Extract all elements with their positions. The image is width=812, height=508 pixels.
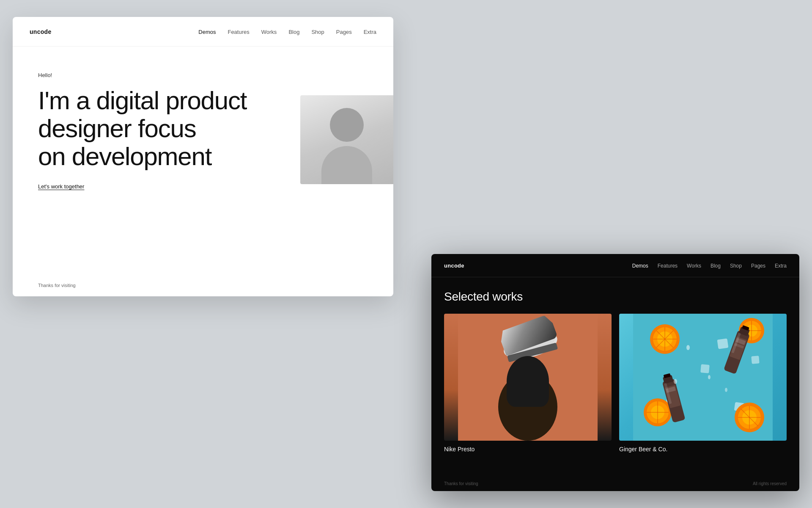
headline: I'm a digital productdesigner focuson de… — [38, 87, 250, 171]
black-nav: uncode Demos Features Works Blog Shop Pa… — [431, 254, 799, 277]
white-nav-blog[interactable]: Blog — [288, 29, 299, 35]
cta-link[interactable]: Let's work together — [38, 183, 84, 190]
svg-rect-3 — [521, 356, 529, 386]
svg-rect-8 — [509, 344, 522, 351]
black-footer-left: Thanks for visiting — [444, 481, 478, 486]
black-nav-demos[interactable]: Demos — [632, 263, 648, 269]
svg-point-56 — [725, 388, 727, 392]
white-nav-pages[interactable]: Pages — [336, 29, 352, 35]
black-logo[interactable]: uncode — [444, 262, 464, 269]
work-item-ginger[interactable]: Ginger Beer & Co. — [619, 314, 787, 453]
svg-line-9 — [515, 335, 543, 344]
svg-point-2 — [511, 362, 545, 400]
person-body — [321, 146, 372, 184]
white-footer: Thanks for visiting — [38, 283, 76, 288]
svg-rect-17 — [751, 356, 760, 364]
white-nav-features[interactable]: Features — [228, 29, 249, 35]
black-footer: Thanks for visiting All rights reserved — [444, 481, 787, 486]
work-label-nike: Nike Presto — [444, 446, 612, 453]
black-window: uncode Demos Features Works Blog Shop Pa… — [431, 254, 799, 491]
black-nav-blog[interactable]: Blog — [710, 263, 721, 269]
black-nav-works[interactable]: Works — [687, 263, 701, 269]
person-image — [300, 95, 393, 184]
person-head — [330, 108, 364, 142]
white-nav-links: Demos Features Works Blog Shop Pages Ext… — [198, 28, 376, 36]
black-nav-features[interactable]: Features — [658, 263, 678, 269]
black-nav-shop[interactable]: Shop — [730, 263, 742, 269]
svg-point-57 — [674, 379, 677, 384]
white-nav-demos[interactable]: Demos — [198, 29, 216, 35]
black-nav-pages[interactable]: Pages — [751, 263, 765, 269]
svg-point-55 — [708, 375, 710, 379]
work-item-nike[interactable]: Nike Presto — [444, 314, 612, 453]
work-image-ginger — [619, 314, 787, 441]
works-grid: Nike Presto — [444, 314, 787, 453]
svg-point-54 — [686, 345, 690, 350]
white-nav-shop[interactable]: Shop — [311, 29, 324, 35]
svg-point-1 — [498, 373, 557, 441]
black-nav-links: Demos Features Works Blog Shop Pages Ext… — [632, 262, 787, 269]
white-logo[interactable]: uncode — [30, 28, 51, 35]
white-footer-text: Thanks for visiting — [38, 283, 76, 288]
ginger-svg — [619, 314, 787, 441]
hello-text: Hello! — [38, 72, 368, 78]
section-title: Selected works — [444, 290, 787, 304]
white-window: uncode Demos Features Works Blog Shop Pa… — [13, 17, 393, 296]
scene: uncode Demos Features Works Blog Shop Pa… — [13, 17, 799, 491]
black-content: Selected works — [431, 277, 799, 461]
white-nav-extra[interactable]: Extra — [364, 29, 376, 35]
black-footer-right: All rights reserved — [753, 481, 787, 486]
black-nav-extra[interactable]: Extra — [775, 263, 787, 269]
work-image-nike — [444, 314, 612, 441]
nike-svg — [444, 314, 612, 441]
work-label-ginger: Ginger Beer & Co. — [619, 446, 787, 453]
svg-rect-14 — [700, 364, 710, 373]
white-nav: uncode Demos Features Works Blog Shop Pa… — [13, 17, 393, 47]
svg-rect-13 — [717, 338, 729, 349]
white-nav-works[interactable]: Works — [261, 29, 277, 35]
